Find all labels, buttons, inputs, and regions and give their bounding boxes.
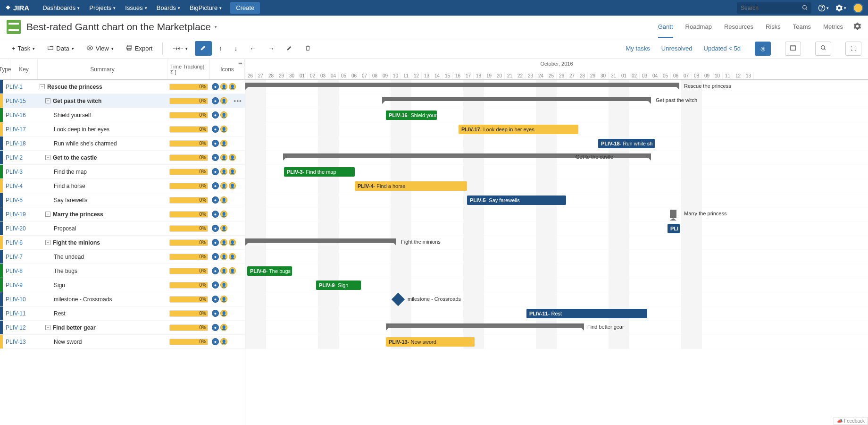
status-icon[interactable]: ● xyxy=(212,296,219,303)
assignee-icon[interactable]: 👤 xyxy=(229,154,236,161)
status-icon[interactable]: ● xyxy=(212,154,219,161)
nav-item-projects[interactable]: Projects ▾ xyxy=(84,4,120,11)
status-icon[interactable]: ● xyxy=(212,225,219,232)
title-dropdown-icon[interactable]: ▾ xyxy=(215,25,217,29)
task-row[interactable]: PLIV-12−Find better gear0%●👤 xyxy=(0,321,245,335)
tab-teams[interactable]: Teams xyxy=(793,16,811,38)
task-key[interactable]: PLIV-3 xyxy=(3,169,38,175)
task-row[interactable]: PLIV-18Run while she's charmed0%●👤 xyxy=(0,136,245,151)
summary-bar[interactable] xyxy=(382,97,651,101)
task-key[interactable]: PLIV-13 xyxy=(3,339,38,345)
task-row[interactable]: PLIV-15−Get past the witch0%●👤••• xyxy=(0,94,245,108)
move-right-button[interactable]: → xyxy=(263,42,279,55)
task-row[interactable]: PLIV-19−Marry the princess0%●👤 xyxy=(0,207,245,221)
task-key[interactable]: PLIV-20 xyxy=(3,225,38,232)
tab-resources[interactable]: Resources xyxy=(724,16,753,38)
task-row[interactable]: PLIV-4Find a horse0%●👤👤 xyxy=(0,179,245,193)
status-icon[interactable]: ● xyxy=(212,168,219,175)
assignee-icon[interactable]: 👤 xyxy=(229,182,236,189)
assignee-icon[interactable]: 👤 xyxy=(220,97,227,104)
assignee-icon[interactable]: 👤 xyxy=(229,83,236,90)
summary-bar[interactable] xyxy=(386,323,584,328)
create-button[interactable]: Create xyxy=(230,2,260,14)
assignee-icon[interactable]: 👤 xyxy=(220,211,227,218)
gantt-panel[interactable]: October, 2016 26272829300102030405060708… xyxy=(245,59,868,425)
status-icon[interactable]: ● xyxy=(212,310,219,317)
zoom-fit-button[interactable]: ◎ xyxy=(755,42,771,56)
assignee-icon[interactable]: 👤 xyxy=(220,253,227,260)
assignee-icon[interactable]: 👤 xyxy=(220,239,227,246)
export-button[interactable]: Export xyxy=(121,41,158,56)
task-row[interactable]: PLIV-8The bugs0%●👤👤 xyxy=(0,264,245,278)
status-icon[interactable]: ● xyxy=(212,324,219,331)
task-bar[interactable]: PLIV-18 - Run while sh xyxy=(598,139,655,148)
tab-risks[interactable]: Risks xyxy=(766,16,781,38)
assignee-icon[interactable]: 👤 xyxy=(220,296,227,303)
expand-toggle[interactable]: − xyxy=(45,155,50,160)
move-down-button[interactable]: ↓ xyxy=(229,42,243,55)
task-key[interactable]: PLIV-10 xyxy=(3,296,38,303)
assignee-icon[interactable]: 👤 xyxy=(220,338,227,345)
assignee-icon[interactable]: 👤 xyxy=(220,126,227,133)
task-key[interactable]: PLIV-18 xyxy=(3,140,38,147)
status-icon[interactable]: ● xyxy=(212,253,219,260)
task-bar[interactable]: PLIV-8 - The bugs xyxy=(247,266,292,276)
status-icon[interactable]: ● xyxy=(212,196,219,204)
expand-toggle[interactable]: − xyxy=(45,212,50,217)
bookmark-marker[interactable] xyxy=(670,210,676,218)
expand-toggle[interactable]: − xyxy=(40,84,45,89)
move-up-button[interactable]: ↑ xyxy=(214,42,227,55)
status-icon[interactable]: ● xyxy=(212,140,219,147)
task-bar[interactable]: PLIV-16 - Shield yours xyxy=(386,110,437,120)
nav-item-issues[interactable]: Issues ▾ xyxy=(120,4,152,11)
jira-logo[interactable]: JIRA xyxy=(5,4,29,12)
status-icon[interactable]: ● xyxy=(212,267,219,274)
summary-bar[interactable] xyxy=(245,238,396,243)
task-row[interactable]: PLIV-20Proposal0%●👤 xyxy=(0,221,245,236)
data-button[interactable]: Data ▾ xyxy=(42,41,79,56)
assignee-icon[interactable]: 👤 xyxy=(229,253,236,260)
assignee-icon[interactable]: 👤 xyxy=(229,239,236,246)
status-icon[interactable]: ● xyxy=(212,239,219,246)
calendar-button[interactable] xyxy=(785,42,801,56)
tab-roadmap[interactable]: Roadmap xyxy=(685,16,712,38)
feedback-button[interactable]: 📣Feedback xyxy=(834,417,868,425)
col-icons[interactable]: Icons☰ xyxy=(210,59,245,79)
assignee-icon[interactable]: 👤 xyxy=(220,168,227,175)
user-avatar[interactable] xyxy=(853,3,863,13)
assignee-icon[interactable]: 👤 xyxy=(220,83,227,90)
tab-gantt[interactable]: Gantt xyxy=(658,16,673,38)
task-row[interactable]: PLIV-2−Get to the castle0%●👤👤 xyxy=(0,151,245,165)
status-icon[interactable]: ● xyxy=(212,111,219,119)
task-key[interactable]: PLIV-16 xyxy=(3,112,38,119)
task-key[interactable]: PLIV-12 xyxy=(3,324,38,331)
task-row[interactable]: PLIV-11Rest0%●👤 xyxy=(0,306,245,321)
task-row[interactable]: PLIV-17Look deep in her eyes0%●👤 xyxy=(0,122,245,136)
assignee-icon[interactable]: 👤 xyxy=(220,140,227,147)
task-row[interactable]: PLIV-3Find the map0%●👤👤 xyxy=(0,165,245,179)
expand-toggle[interactable]: − xyxy=(45,98,50,103)
status-icon[interactable]: ● xyxy=(212,83,219,90)
settings-gear-icon[interactable] xyxy=(853,22,861,32)
task-key[interactable]: PLIV-5 xyxy=(3,197,38,204)
edit-mode-button[interactable] xyxy=(195,41,212,56)
delete-button[interactable] xyxy=(300,42,316,56)
col-key[interactable]: Key xyxy=(10,59,38,79)
task-key[interactable]: PLIV-4 xyxy=(3,183,38,189)
expand-toggle[interactable]: − xyxy=(45,325,50,330)
summary-bar[interactable] xyxy=(245,83,679,87)
task-row[interactable]: PLIV-16Shield yourself0%●👤 xyxy=(0,108,245,122)
assignee-icon[interactable]: 👤 xyxy=(220,182,227,189)
assignee-icon[interactable]: 👤 xyxy=(229,168,236,175)
task-key[interactable]: PLIV-11 xyxy=(3,310,38,317)
task-key[interactable]: PLIV-19 xyxy=(3,211,38,218)
task-key[interactable]: PLIV-1 xyxy=(3,84,38,90)
task-row[interactable]: PLIV-6−Fight the minions0%●👤👤 xyxy=(0,236,245,250)
task-key[interactable]: PLIV-8 xyxy=(3,268,38,274)
assignee-icon[interactable]: 👤 xyxy=(220,196,227,204)
status-icon[interactable]: ● xyxy=(212,126,219,133)
status-icon[interactable]: ● xyxy=(212,211,219,218)
filter-my-tasks[interactable]: My tasks xyxy=(626,45,650,52)
column-config-icon[interactable]: ☰ xyxy=(238,61,242,66)
col-summary[interactable]: Summary xyxy=(38,59,167,79)
